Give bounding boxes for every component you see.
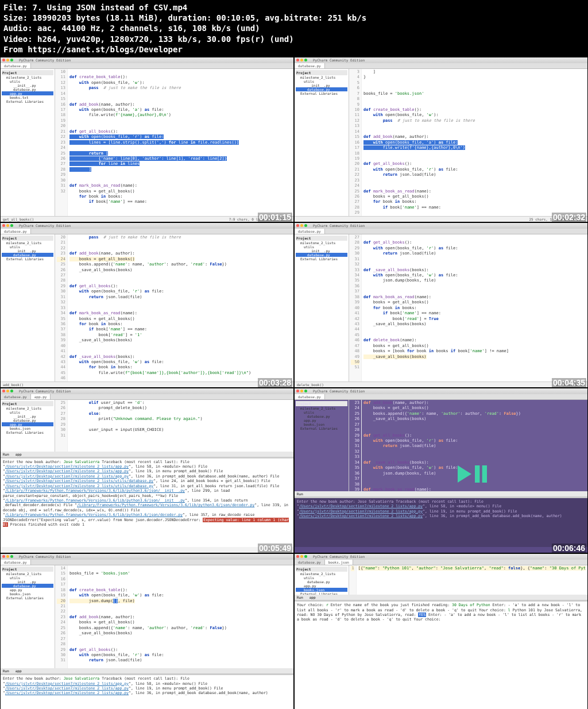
code-editor[interactable]: 1011121314151617181920212223242526272829…: [55, 69, 293, 216]
project-sidebar[interactable]: Project milestone_2_lists utils __init__…: [1, 69, 55, 216]
run-console[interactable]: Enter the new book author: Jose Salvatie…: [1, 457, 293, 547]
thumb-8: PyCharm Community Edition database.pyboo…: [294, 553, 588, 709]
thumbnail-grid: PyCharm Community Edition database.py Pr…: [0, 57, 588, 709]
thumb-2: PyCharm Community Edition database.py Pr…: [294, 57, 588, 222]
titlebar: PyCharm Community Edition: [1, 57, 293, 63]
status-bar: get_all_books()7:9 chars, 0 line breaks …: [1, 216, 293, 222]
thumb-4: PyCharm Community Edition database.py Pr…: [294, 222, 588, 388]
thumb-6: PyCharm Community Edition database.py Pr…: [294, 388, 588, 553]
code-content[interactable]: def create_book_table(): with open(books…: [68, 69, 293, 216]
tabbar: database.py: [1, 63, 293, 69]
line-gutter: 1011121314151617181920212223242526272829…: [55, 69, 68, 216]
thumb-7: PyCharm Community Edition database.py Pr…: [0, 553, 294, 709]
thumb-3: PyCharm Community Edition database.py Pr…: [0, 222, 294, 388]
timestamp: 00:01:15: [258, 213, 292, 222]
thumb-1: PyCharm Community Edition database.py Pr…: [0, 57, 294, 222]
tab-database[interactable]: database.py: [1, 63, 31, 68]
thumb-5: PyCharm Community Edition database.pyapp…: [0, 388, 294, 553]
svg-marker-0: [458, 465, 471, 483]
play-pause-overlay[interactable]: [456, 463, 490, 487]
svg-rect-1: [475, 465, 479, 483]
svg-rect-2: [482, 465, 486, 483]
file-info: File: 7. Using JSON instead of CSV.mp4 S…: [0, 0, 588, 57]
run-console-header: Run app: [1, 452, 293, 457]
